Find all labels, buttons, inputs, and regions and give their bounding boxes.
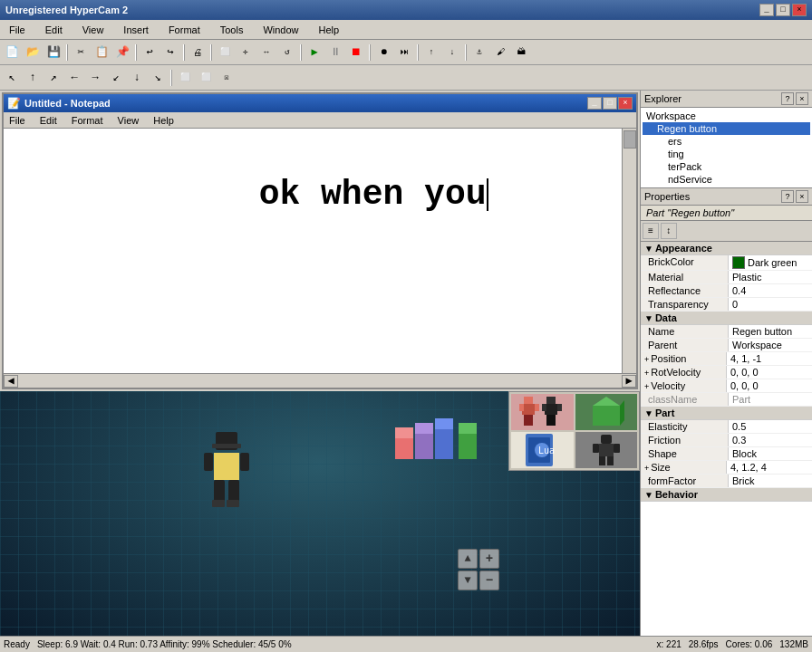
tb-cut[interactable]: ✂ xyxy=(71,43,91,62)
properties-close-btn[interactable]: × xyxy=(796,190,808,203)
tb-print[interactable]: 🖨 xyxy=(188,43,208,62)
svg-rect-38 xyxy=(593,444,599,453)
explorer-item-regen[interactable]: Regen button xyxy=(643,122,810,135)
vp-zoom-out-btn[interactable]: − xyxy=(479,570,499,590)
tb-down-arrow[interactable]: ↓ xyxy=(442,43,462,62)
np-menu-file[interactable]: File xyxy=(5,114,29,127)
prop-section-behavior-header[interactable]: ▼ Behavior xyxy=(641,488,812,502)
tb-redo[interactable]: ↪ xyxy=(160,43,180,62)
explorer-item-workspace[interactable]: Workspace xyxy=(643,110,810,122)
minimize-button[interactable]: _ xyxy=(759,4,774,16)
menu-view[interactable]: View xyxy=(77,23,110,37)
tb-paint[interactable]: 🖌 xyxy=(490,43,510,62)
np-menu-edit[interactable]: Edit xyxy=(36,114,61,127)
menu-window[interactable]: Window xyxy=(257,23,304,37)
tb-scale[interactable]: ↔ xyxy=(256,43,276,62)
maximize-button[interactable]: □ xyxy=(776,4,790,16)
left-panel: 📝 Untitled - Notepad _ □ × File Edit For… xyxy=(0,91,640,636)
tb-undo[interactable]: ↩ xyxy=(140,43,160,62)
viewport[interactable]: ▲ + ▼ − xyxy=(0,391,640,636)
prop-value-material[interactable]: Plastic xyxy=(729,271,812,283)
prop-value-parent[interactable]: Workspace xyxy=(729,339,812,351)
tb-anchor[interactable]: ⚓ xyxy=(469,43,489,62)
explorer-help-btn[interactable]: ? xyxy=(781,92,794,105)
prop-value-transparency[interactable]: 0 xyxy=(729,298,812,311)
tb2-arrow-l[interactable]: ← xyxy=(64,68,84,88)
explorer-item-ting[interactable]: ting xyxy=(643,148,810,160)
prop-value-position[interactable]: 4, 1, -1 xyxy=(727,352,812,365)
prop-section-part-header[interactable]: ▼ Part xyxy=(641,407,812,420)
tb-new[interactable]: 📄 xyxy=(2,43,22,62)
tb-move[interactable]: ✛ xyxy=(236,43,256,62)
tb2-arrow-d[interactable]: ↓ xyxy=(127,68,147,88)
thumb-1[interactable] xyxy=(511,394,574,430)
prop-value-size[interactable]: 4, 1.2, 4 xyxy=(727,461,812,474)
tb2-arrow-ur[interactable]: ↗ xyxy=(44,68,63,88)
prop-value-friction[interactable]: 0.3 xyxy=(729,434,812,446)
tb-record[interactable]: ⏺ xyxy=(373,43,393,62)
menu-tools[interactable]: Tools xyxy=(215,23,249,37)
menu-format[interactable]: Format xyxy=(163,23,206,37)
np-menu-help[interactable]: Help xyxy=(150,114,178,127)
tb-next[interactable]: ⏭ xyxy=(394,43,414,62)
vp-down-btn[interactable]: ▼ xyxy=(458,570,478,590)
notepad-scrollbar-h[interactable]: ◀ ▶ xyxy=(4,373,636,388)
notepad-maximize[interactable]: □ xyxy=(603,97,617,110)
prop-value-reflectance[interactable]: 0.4 xyxy=(729,284,812,297)
tb-stop[interactable]: ⏹ xyxy=(346,43,366,62)
tb2-arrow-dr[interactable]: ↘ xyxy=(148,68,168,88)
vp-up-btn[interactable]: ▲ xyxy=(458,549,478,569)
tb-open[interactable]: 📂 xyxy=(23,43,43,62)
prop-value-rotvelocity[interactable]: 0, 0, 0 xyxy=(727,366,812,379)
explorer-close-btn[interactable]: × xyxy=(796,92,808,105)
prop-icon-filter[interactable]: ≡ xyxy=(643,223,659,239)
prop-value-elasticity[interactable]: 0.5 xyxy=(729,420,812,433)
prop-value-formfactor[interactable]: Brick xyxy=(729,475,812,487)
notepad-content[interactable]: ok when you xyxy=(4,129,636,373)
menu-help[interactable]: Help xyxy=(314,23,345,37)
vp-zoom-in-btn[interactable]: + xyxy=(479,549,499,569)
prop-icon-sort[interactable]: ↕ xyxy=(661,223,677,239)
menu-insert[interactable]: Insert xyxy=(118,23,154,37)
tb-select[interactable]: ⬜ xyxy=(215,43,235,62)
prop-value-shape[interactable]: Block xyxy=(729,447,812,460)
tb-copy[interactable]: 📋 xyxy=(92,43,111,62)
prop-value-brickcolor[interactable]: Dark green xyxy=(729,255,812,270)
tb2-tool1[interactable]: ⬜ xyxy=(175,68,195,88)
tb2-tool2[interactable]: ⬜ xyxy=(196,68,216,88)
thumb-2[interactable] xyxy=(575,394,638,430)
np-menu-format[interactable]: Format xyxy=(68,114,107,127)
tb2-tool3[interactable]: ☒ xyxy=(217,68,237,88)
menu-file[interactable]: File xyxy=(4,23,31,37)
tb-pause[interactable]: ⏸ xyxy=(325,43,345,62)
explorer-item-ndservice[interactable]: ndService xyxy=(643,173,810,186)
thumb-4[interactable] xyxy=(575,432,638,468)
thumb-3[interactable]: Lua xyxy=(511,432,574,468)
prop-section-data-header[interactable]: ▼ Data xyxy=(641,312,812,325)
tb-up-arrow[interactable]: ↑ xyxy=(421,43,441,62)
tb2-arrow-ul[interactable]: ↖ xyxy=(2,68,22,88)
tb-paste[interactable]: 📌 xyxy=(112,43,132,62)
notepad-scrollbar-v[interactable] xyxy=(622,129,636,373)
explorer-item-ers[interactable]: ers xyxy=(643,135,810,148)
tb-save[interactable]: 💾 xyxy=(44,43,63,62)
tb2-arrow-r[interactable]: → xyxy=(85,68,105,88)
notepad-close[interactable]: × xyxy=(618,97,633,110)
prop-name-shape: Shape xyxy=(641,447,729,460)
tb2-arrow-dl[interactable]: ↙ xyxy=(106,68,126,88)
prop-section-appearance-header[interactable]: ▼ Appearance xyxy=(641,242,812,255)
svg-rect-16 xyxy=(459,423,477,434)
notepad-minimize[interactable]: _ xyxy=(587,97,602,110)
prop-name-rotvelocity: +RotVelocity xyxy=(641,366,727,379)
properties-help-btn[interactable]: ? xyxy=(781,190,794,203)
explorer-item-terpack[interactable]: terPack xyxy=(643,160,810,173)
tb2-arrow-u[interactable]: ↑ xyxy=(23,68,43,88)
tb-terrain[interactable]: 🏔 xyxy=(511,43,531,62)
prop-value-velocity[interactable]: 0, 0, 0 xyxy=(727,379,812,392)
menu-edit[interactable]: Edit xyxy=(40,23,68,37)
tb-rotate[interactable]: ↺ xyxy=(277,43,297,62)
prop-value-name[interactable]: Regen button xyxy=(729,325,812,338)
tb-play[interactable]: ▶ xyxy=(304,43,324,62)
close-button[interactable]: × xyxy=(792,4,807,16)
np-menu-view[interactable]: View xyxy=(114,114,143,127)
